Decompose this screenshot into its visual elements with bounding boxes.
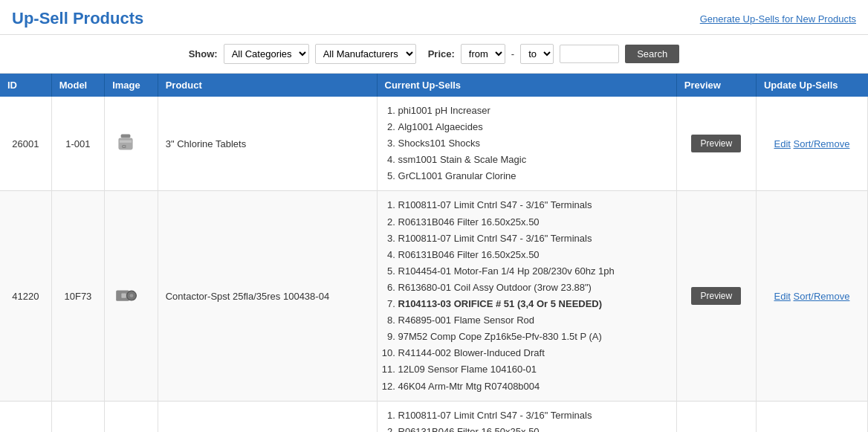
cell-id [0, 401, 51, 432]
upsell-item: R104454-01 Motor-Fan 1/4 Hp 208/230v 60h… [398, 263, 669, 280]
col-id: ID [0, 74, 51, 97]
cell-model [51, 401, 105, 432]
product-image [112, 283, 139, 309]
price-value-input[interactable] [560, 45, 619, 63]
upsell-table: ID Model Image Product Current Up-Sells … [0, 74, 868, 432]
cell-update-upsells [756, 401, 867, 432]
svg-text:Cl: Cl [122, 144, 126, 149]
svg-rect-7 [122, 293, 126, 297]
col-image: Image [105, 74, 158, 97]
table-row: 260011-001 Cl 3" Chlorine Tabletsphi1001… [0, 97, 868, 191]
product-image-empty [112, 410, 139, 432]
upsell-item: R100811-07 Limit Cntrl S47 - 3/16" Termi… [398, 230, 669, 247]
svg-rect-0 [121, 135, 131, 138]
edit-link[interactable]: Edit [774, 291, 790, 302]
page-title: Up-Sell Products [12, 9, 143, 28]
price-label: Price: [428, 48, 455, 59]
manufacturers-select[interactable]: All Manufacturers [315, 44, 416, 64]
upsell-item: R41144-002 Blower-Induced Draft [398, 345, 669, 361]
upsell-item: Shocks101 Shocks [398, 135, 669, 152]
upsell-item: 46K04 Arm-Mtr Mtg R07408b004 [398, 378, 669, 395]
upsell-item: R100811-07 Limit Cntrl S47 - 3/16" Termi… [398, 197, 669, 213]
upsell-item: phi1001 pH Increaser [398, 103, 669, 119]
search-button[interactable]: Search [625, 45, 679, 63]
upsell-item: GrCL1001 Granular Clorine [398, 168, 669, 184]
upsell-item: R100811-07 Limit Cntrl S47 - 3/16" Termi… [398, 407, 669, 424]
col-preview: Preview [676, 74, 756, 97]
cell-model: 1-001 [51, 97, 105, 191]
cell-id: 41220 [0, 191, 51, 401]
cell-id: 26001 [0, 97, 51, 191]
cell-image [105, 191, 158, 401]
cell-model: 10F73 [51, 191, 105, 401]
preview-button[interactable]: Preview [691, 135, 741, 152]
col-product: Product [158, 74, 377, 97]
col-model: Model [51, 74, 105, 97]
upsell-item: Alg1001 Algaecides [398, 119, 669, 135]
cell-product: 3" Chlorine Tablets [158, 97, 377, 191]
generate-upsells-link[interactable]: Generate Up-Sells for New Products [700, 13, 856, 25]
upsell-item: R06131B046 Filter 16.50x25x.50 [398, 424, 669, 432]
upsell-item: R06131B046 Filter 16.50x25x.50 [398, 247, 669, 263]
cell-image [105, 401, 158, 432]
cell-upsells: phi1001 pH IncreaserAlg1001 AlgaecidesSh… [377, 97, 676, 191]
price-to-select[interactable]: to [520, 44, 554, 64]
upsell-item: R06131B046 Filter 16.50x25x.50 [398, 214, 669, 230]
upsell-item: R613680-01 Coil Assy Outdoor (3row 23.88… [398, 280, 669, 296]
edit-link[interactable]: Edit [774, 138, 790, 149]
svg-point-6 [130, 294, 134, 297]
filter-bar: Show: All Categories All Manufacturers P… [0, 35, 868, 74]
svg-rect-2 [120, 141, 132, 143]
cell-update-upsells: Edit Sort/Remove [756, 97, 867, 191]
col-current-upsells: Current Up-Sells [377, 74, 676, 97]
cell-upsells: R100811-07 Limit Cntrl S47 - 3/16" Termi… [377, 401, 676, 432]
cell-upsells: R100811-07 Limit Cntrl S47 - 3/16" Termi… [377, 191, 676, 401]
upsell-item: R46895-001 Flame Sensor Rod [398, 312, 669, 329]
upsell-item: ssm1001 Stain & Scale Magic [398, 152, 669, 168]
cell-preview [676, 401, 756, 432]
page-header: Up-Sell Products Generate Up-Sells for N… [0, 0, 868, 35]
price-dash: - [511, 48, 514, 59]
cell-image: Cl [105, 97, 158, 191]
product-image: Cl [112, 130, 139, 157]
table-row: R100811-07 Limit Cntrl S47 - 3/16" Termi… [0, 401, 868, 432]
preview-button[interactable]: Preview [691, 287, 741, 305]
sort-remove-link[interactable]: Sort/Remove [794, 291, 850, 302]
sort-remove-link[interactable]: Sort/Remove [794, 138, 850, 149]
upsell-item: 12L09 Sensor Flame 104160-01 [398, 361, 669, 378]
table-header-row: ID Model Image Product Current Up-Sells … [0, 74, 868, 97]
categories-select[interactable]: All Categories [224, 44, 309, 64]
upsell-item: 97M52 Comp Cope Zp16k5e-Pfv-830 1.5t P (… [398, 329, 669, 345]
col-update-upsells: Update Up-Sells [756, 74, 867, 97]
cell-product [158, 401, 377, 432]
price-from-select[interactable]: from [461, 44, 505, 64]
cell-preview: Preview [676, 191, 756, 401]
show-label: Show: [189, 48, 218, 59]
cell-product: Contactor-Spst 25fla/35res 100438-04 [158, 191, 377, 401]
upsell-item: R104113-03 ORIFICE # 51 (3,4 Or 5 NEEDED… [398, 296, 669, 312]
cell-update-upsells: Edit Sort/Remove [756, 191, 867, 401]
table-row: 4122010F73 Contactor-Spst 25fla/35res 10… [0, 191, 868, 401]
cell-preview: Preview [676, 97, 756, 191]
